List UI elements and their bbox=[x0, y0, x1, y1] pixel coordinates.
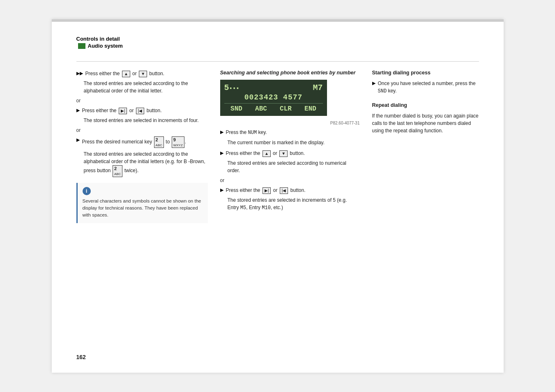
lcd-entry-num: 5▪▪▪ bbox=[224, 83, 240, 92]
mid-skip-bwd-btn: |◀ bbox=[280, 187, 288, 194]
arrow-bullet-3: ▶ bbox=[76, 137, 80, 143]
skip-fwd-btn: ▶| bbox=[119, 108, 127, 114]
page-number: 162 bbox=[76, 354, 86, 360]
sub-text-2: The stored entries are selected in incre… bbox=[84, 117, 208, 124]
bullet-text-2: Press either the ▶| or |◀ button. bbox=[82, 107, 162, 114]
mid-sub-2: The stored entries are selected accordin… bbox=[228, 159, 360, 174]
lcd-buttons-row: SND ABC CLR END bbox=[224, 103, 323, 113]
right-repeat-text: If the number dialed is busy, you can ag… bbox=[372, 112, 479, 134]
info-icon: i bbox=[83, 187, 91, 195]
skip-bwd-btn: |◀ bbox=[136, 108, 145, 114]
bullet-text-3: Press the desired numerical key 2ABC to … bbox=[82, 136, 187, 148]
content-area: ▶▶ Press either the ▲ or ▼ button. The s… bbox=[76, 70, 479, 223]
lcd-btn-snd: SND bbox=[230, 105, 242, 113]
right-arrow-1: ▶ bbox=[372, 81, 375, 86]
num-key: NUM bbox=[248, 130, 257, 136]
middle-bullet-1: ▶ Press the NUM key. bbox=[220, 129, 360, 136]
lcd-btn-abc: ABC bbox=[255, 105, 267, 113]
mid-text-1: Press the NUM key. bbox=[226, 129, 267, 136]
header-area: Controls in detail Audio system bbox=[76, 36, 479, 62]
top-border bbox=[52, 19, 504, 22]
double-arrow-icon: ▶▶ bbox=[76, 71, 83, 76]
or-2: or bbox=[76, 127, 208, 133]
info-box: i Several characters and symbols cannot … bbox=[76, 183, 208, 223]
mid-arrow-3: ▶ bbox=[220, 187, 223, 193]
key-2-ref-btn: 2ABC bbox=[113, 165, 122, 177]
sub-text-1: The stored entries are selected accordin… bbox=[84, 80, 208, 95]
right-heading-2: Repeat dialing bbox=[372, 102, 479, 108]
up-arrow-btn: ▲ bbox=[122, 71, 130, 77]
middle-bullet-3: ▶ Press either the ▶| or |◀ button. bbox=[220, 187, 360, 194]
left-column: ▶▶ Press either the ▲ or ▼ button. The s… bbox=[76, 70, 208, 223]
lcd-btn-clr: CLR bbox=[280, 105, 292, 113]
mid-text-3: Press either the ▶| or |◀ button. bbox=[226, 187, 306, 194]
key-9-btn: 9WXYZ bbox=[172, 136, 184, 148]
page: Controls in detail Audio system ▶▶ Press… bbox=[52, 19, 504, 373]
mid-down-btn: ▼ bbox=[279, 150, 288, 157]
mid-arrow-2: ▶ bbox=[220, 150, 223, 156]
mid-text-2: Press either the ▲ or ▼ button. bbox=[226, 150, 305, 157]
lcd-page: M7 bbox=[313, 83, 322, 92]
green-bar-icon bbox=[78, 43, 85, 49]
lcd-top-row: 5▪▪▪ M7 bbox=[224, 83, 323, 92]
bullet-item-2: ▶ Press either the ▶| or |◀ button. bbox=[76, 107, 208, 114]
or-1: or bbox=[76, 98, 208, 104]
snd-key: SND bbox=[378, 88, 387, 94]
right-bullet-1: ▶ Once you have selected a number, press… bbox=[372, 80, 479, 95]
mid-skip-fwd-btn: ▶| bbox=[263, 187, 271, 194]
sub-text-3: The stored entries are selected accordin… bbox=[84, 150, 208, 177]
middle-column: Searching and selecting phone book entri… bbox=[220, 70, 360, 223]
right-heading-1: Starting dialing process bbox=[372, 70, 479, 76]
middle-heading: Searching and selecting phone book entri… bbox=[220, 70, 360, 76]
right-text-1: Once you have selected a number, press t… bbox=[378, 80, 479, 95]
mid-up-btn: ▲ bbox=[263, 150, 271, 157]
bullet-text-1: Press either the ▲ or ▼ button. bbox=[85, 70, 165, 77]
mid-arrow-1: ▶ bbox=[220, 129, 223, 135]
mid-sub-1: The current number is marked in the disp… bbox=[228, 139, 360, 146]
lcd-display: 5▪▪▪ M7 0023423 4577 SND ABC CLR END bbox=[220, 80, 327, 116]
info-text: Several characters and symbols cannot be… bbox=[83, 198, 203, 219]
down-arrow-btn: ▼ bbox=[139, 71, 147, 77]
middle-bullet-2: ▶ Press either the ▲ or ▼ button. bbox=[220, 150, 360, 157]
mid-sub-3: The stored entries are selected in incre… bbox=[228, 196, 360, 212]
mid-or-1: or bbox=[220, 178, 360, 183]
lcd-btn-end: END bbox=[304, 105, 316, 113]
lcd-caption: P82.60-4077-31 bbox=[220, 121, 360, 125]
lcd-number: 0023423 4577 bbox=[224, 93, 323, 101]
section-subtitle: Audio system bbox=[76, 43, 479, 49]
arrow-bullet-2: ▶ bbox=[76, 108, 80, 113]
section-title: Controls in detail bbox=[76, 36, 479, 42]
bullet-item-1: ▶▶ Press either the ▲ or ▼ button. bbox=[76, 70, 208, 77]
subtitle-text: Audio system bbox=[88, 43, 123, 49]
right-column: Starting dialing process ▶ Once you have… bbox=[372, 70, 479, 223]
bullet-item-3: ▶ Press the desired numerical key 2ABC t… bbox=[76, 136, 208, 148]
key-2-btn: 2ABC bbox=[154, 136, 164, 148]
